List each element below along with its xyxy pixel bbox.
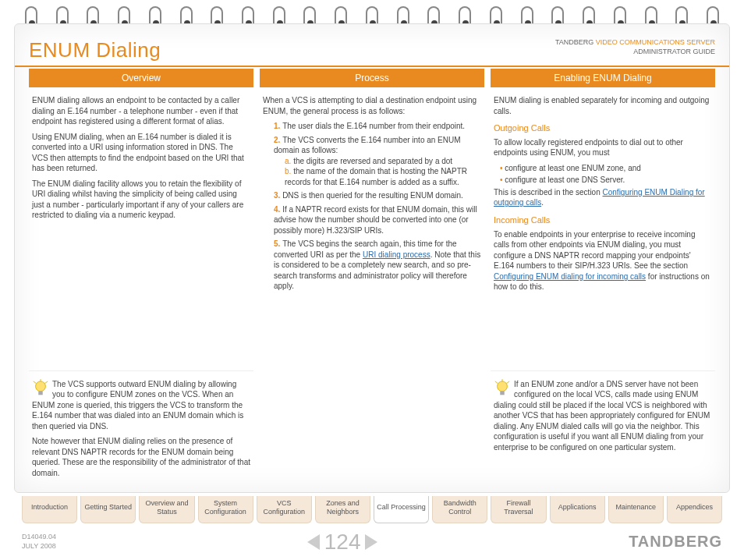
svg-line-2 xyxy=(34,381,37,383)
tip-left-p2: Note however that ENUM dialing relies on… xyxy=(32,436,250,478)
substep-a: the digits are reversed and separated by… xyxy=(293,157,452,165)
incoming-head: Incoming Calls xyxy=(494,214,712,226)
in-pre: To enable endpoints in your enterprise t… xyxy=(494,230,696,271)
svg-rect-6 xyxy=(500,391,505,395)
process-intro: When a VCS is attempting to dial a desti… xyxy=(263,95,481,116)
svg-line-3 xyxy=(45,381,48,383)
tab-call-processing[interactable]: Call Processing xyxy=(374,496,429,523)
tip-left: The VCS supports outward ENUM dialing by… xyxy=(29,370,253,479)
out-desc-pre: This is described in the section xyxy=(494,188,603,197)
doc-id: D14049.04 xyxy=(22,533,56,541)
brand-logo: TANDBERG xyxy=(629,533,722,551)
tab-zones-and-neighbors[interactable]: Zones and Neighbors xyxy=(315,496,370,523)
outgoing-intro: To allow locally registered endpoints to… xyxy=(494,137,712,158)
tab-bandwidth-control[interactable]: Bandwidth Control xyxy=(432,496,487,523)
doc-info: D14049.04 JULY 2008 xyxy=(22,533,56,551)
svg-line-7 xyxy=(495,381,498,383)
overview-p1: ENUM dialing allows an endpoint to be co… xyxy=(32,95,250,127)
column-head-overview: Overview xyxy=(29,69,253,87)
svg-rect-1 xyxy=(38,391,43,395)
outgoing-head: Outgoing Calls xyxy=(494,122,712,134)
tab-introduction[interactable]: Introduction xyxy=(22,496,77,523)
tip-right-text: If an ENUM zone and/or a DNS server have… xyxy=(494,380,710,452)
prev-page-arrow[interactable] xyxy=(307,534,320,550)
step-2: The VCS converts the E.164 number into a… xyxy=(274,136,461,155)
tip-middle-empty xyxy=(260,370,484,479)
enabling-intro: ENUM dialing is enabled separately for i… xyxy=(494,95,712,116)
spiral-binding xyxy=(0,0,744,23)
step-4: If a NAPTR record exists for that ENUM d… xyxy=(274,205,477,235)
column-head-enabling: Enabling ENUM Dialing xyxy=(491,69,715,87)
lightbulb-icon xyxy=(32,379,49,399)
uri-dialing-link[interactable]: URI dialing process xyxy=(363,250,430,259)
tab-overview-and-status[interactable]: Overview and Status xyxy=(139,496,194,523)
incoming-link[interactable]: Configuring ENUM dialing for incoming ca… xyxy=(494,272,646,281)
tab-system-configuration[interactable]: System Configuration xyxy=(198,496,253,523)
doc-date: JULY 2008 xyxy=(22,542,56,550)
tab-maintenance[interactable]: Maintenance xyxy=(608,496,664,523)
brand-pre: TANDBERG xyxy=(555,38,596,46)
pager: 124 xyxy=(307,530,378,555)
step-1: The user dials the E.164 number from the… xyxy=(282,122,465,130)
brand-product: VIDEO COMMUNICATIONS SERVER xyxy=(596,38,715,46)
tab-vcs-configuration[interactable]: VCS Configuration xyxy=(257,496,312,523)
tab-firewall-traversal[interactable]: Firewall Traversal xyxy=(491,496,546,523)
out-desc-post: . xyxy=(541,198,544,207)
nav-tabs: IntroductionGetting StartedOverview and … xyxy=(0,496,744,523)
column-overview: Overview ENUM dialing allows an endpoint… xyxy=(29,69,253,297)
lightbulb-icon xyxy=(494,379,511,399)
svg-line-8 xyxy=(507,381,510,383)
step-3: DNS is then queried for the resulting EN… xyxy=(282,191,463,200)
column-enabling: Enabling ENUM Dialing ENUM dialing is en… xyxy=(491,69,715,297)
next-page-arrow[interactable] xyxy=(365,534,377,550)
column-head-process: Process xyxy=(260,69,484,87)
overview-p3: The ENUM dialing facility allows you to … xyxy=(32,179,250,221)
tab-getting-started[interactable]: Getting Started xyxy=(80,496,136,523)
svg-point-5 xyxy=(498,381,508,391)
page-number: 124 xyxy=(324,530,361,555)
tab-appendices[interactable]: Appendices xyxy=(667,496,722,523)
header-brand: TANDBERG VIDEO COMMUNICATIONS SERVER ADM… xyxy=(555,38,715,56)
page-title: ENUM Dialing xyxy=(29,38,161,62)
substep-b: the name of the domain that is hosting t… xyxy=(285,167,467,186)
tab-applications[interactable]: Applications xyxy=(550,496,605,523)
tip-left-p1: The VCS supports outward ENUM dialing by… xyxy=(32,380,243,431)
tip-right: If an ENUM zone and/or a DNS server have… xyxy=(491,370,715,479)
column-process: Process When a VCS is attempting to dial… xyxy=(260,69,484,297)
out-bullet-1: configure at least one ENUM zone, and xyxy=(494,163,712,174)
document-page: ENUM Dialing TANDBERG VIDEO COMMUNICATIO… xyxy=(14,23,730,493)
svg-point-0 xyxy=(36,381,46,391)
overview-p2: Using ENUM dialing, when an E.164 number… xyxy=(32,132,250,174)
out-bullet-2: configure at least one DNS Server. xyxy=(494,175,712,186)
brand-sub: ADMINISTRATOR GUIDE xyxy=(633,48,715,55)
